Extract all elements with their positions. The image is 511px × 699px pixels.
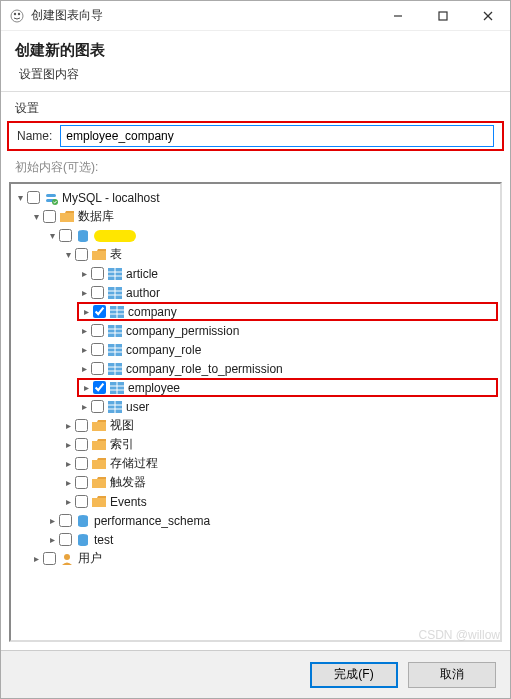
checkbox[interactable]: [91, 324, 104, 337]
checkbox[interactable]: [91, 267, 104, 280]
chevron-right-icon[interactable]: ▸: [61, 496, 75, 507]
chevron-right-icon[interactable]: ▸: [79, 306, 93, 317]
checkbox[interactable]: [93, 381, 106, 394]
tree-node-tables[interactable]: ▾ 表: [13, 245, 498, 264]
optional-label: 初始内容(可选):: [1, 155, 510, 180]
tree-node-schema[interactable]: ▾: [13, 226, 498, 245]
checkbox[interactable]: [75, 438, 88, 451]
tree-node-table[interactable]: ▸ user: [13, 397, 498, 416]
tree-node-perf[interactable]: ▸ performance_schema: [13, 511, 498, 530]
chevron-right-icon[interactable]: ▸: [77, 287, 91, 298]
chevron-right-icon[interactable]: ▸: [29, 553, 43, 564]
node-label: Events: [110, 495, 147, 509]
tree-node-table[interactable]: ▸ company_permission: [13, 321, 498, 340]
tree-node-table[interactable]: ▸ company_role: [13, 340, 498, 359]
svg-point-1: [14, 12, 16, 14]
folder-icon: [91, 247, 107, 263]
chevron-right-icon[interactable]: ▸: [79, 382, 93, 393]
checkbox[interactable]: [59, 533, 72, 546]
node-label: company_permission: [126, 324, 239, 338]
tree-node-events[interactable]: ▸ Events: [13, 492, 498, 511]
checkbox[interactable]: [91, 362, 104, 375]
chevron-right-icon[interactable]: ▸: [61, 477, 75, 488]
checkbox[interactable]: [75, 495, 88, 508]
svg-point-0: [11, 10, 23, 22]
chevron-right-icon[interactable]: ▸: [77, 325, 91, 336]
table-icon: [109, 380, 125, 396]
svg-rect-48: [92, 479, 106, 488]
redacted-name: [94, 230, 136, 242]
table-icon: [109, 304, 125, 320]
svg-rect-47: [92, 460, 106, 469]
chevron-down-icon[interactable]: ▾: [13, 192, 27, 203]
chevron-right-icon[interactable]: ▸: [61, 420, 75, 431]
app-icon: [9, 8, 25, 24]
checkbox[interactable]: [59, 229, 72, 242]
tree-node-users[interactable]: ▸ 用户: [13, 549, 498, 568]
footer: 完成(F) 取消: [1, 650, 510, 698]
svg-rect-46: [92, 441, 106, 450]
checkbox[interactable]: [75, 457, 88, 470]
finish-button[interactable]: 完成(F): [310, 662, 398, 688]
node-label: user: [126, 400, 149, 414]
database-icon: [75, 228, 91, 244]
tree-node-test[interactable]: ▸ test: [13, 530, 498, 549]
name-input[interactable]: [60, 125, 494, 147]
tree-node-table[interactable]: ▸ author: [13, 283, 498, 302]
svg-point-52: [64, 554, 70, 560]
chevron-right-icon[interactable]: ▸: [77, 344, 91, 355]
chevron-right-icon[interactable]: ▸: [77, 401, 91, 412]
checkbox[interactable]: [91, 400, 104, 413]
node-label: 用户: [78, 550, 102, 567]
chevron-right-icon[interactable]: ▸: [45, 534, 59, 545]
checkbox[interactable]: [27, 191, 40, 204]
folder-icon: [91, 456, 107, 472]
tree-node-table-employee[interactable]: ▸ employee: [77, 378, 498, 397]
tree-node-table[interactable]: ▸ article: [13, 264, 498, 283]
checkbox[interactable]: [75, 419, 88, 432]
tree-node-table[interactable]: ▸ company_role_to_permission: [13, 359, 498, 378]
node-label: 触发器: [110, 474, 146, 491]
svg-rect-4: [439, 12, 447, 20]
chevron-down-icon[interactable]: ▾: [29, 211, 43, 222]
tree-node-procedures[interactable]: ▸ 存储过程: [13, 454, 498, 473]
tree-node-indexes[interactable]: ▸ 索引: [13, 435, 498, 454]
checkbox[interactable]: [91, 286, 104, 299]
table-icon: [107, 266, 123, 282]
folder-icon: [59, 209, 75, 225]
tree-node-views[interactable]: ▸ 视图: [13, 416, 498, 435]
chevron-down-icon[interactable]: ▾: [45, 230, 59, 241]
page-title: 创建新的图表: [15, 41, 496, 60]
tree-container[interactable]: ▾ MySQL - localhost ▾ 数据库 ▾ ▾ 表 ▸ articl…: [9, 182, 502, 642]
table-icon: [107, 323, 123, 339]
cancel-button[interactable]: 取消: [408, 662, 496, 688]
chevron-down-icon[interactable]: ▾: [61, 249, 75, 260]
checkbox[interactable]: [43, 210, 56, 223]
checkbox[interactable]: [43, 552, 56, 565]
svg-rect-7: [46, 194, 56, 197]
users-icon: [59, 551, 75, 567]
checkbox[interactable]: [91, 343, 104, 356]
mysql-icon: [43, 190, 59, 206]
checkbox[interactable]: [93, 305, 106, 318]
chevron-right-icon[interactable]: ▸: [61, 458, 75, 469]
page-subtitle: 设置图内容: [19, 66, 496, 83]
chevron-right-icon[interactable]: ▸: [77, 363, 91, 374]
chevron-right-icon[interactable]: ▸: [45, 515, 59, 526]
minimize-button[interactable]: [375, 1, 420, 31]
checkbox[interactable]: [59, 514, 72, 527]
checkbox[interactable]: [75, 248, 88, 261]
chevron-right-icon[interactable]: ▸: [77, 268, 91, 279]
table-icon: [107, 361, 123, 377]
chevron-right-icon[interactable]: ▸: [61, 439, 75, 450]
maximize-button[interactable]: [420, 1, 465, 31]
close-button[interactable]: [465, 1, 510, 31]
node-label: performance_schema: [94, 514, 210, 528]
svg-rect-12: [92, 251, 106, 260]
checkbox[interactable]: [75, 476, 88, 489]
database-icon: [75, 532, 91, 548]
tree-node-table-company[interactable]: ▸ company: [77, 302, 498, 321]
tree-node-root[interactable]: ▾ MySQL - localhost: [13, 188, 498, 207]
tree-node-databases[interactable]: ▾ 数据库: [13, 207, 498, 226]
tree-node-triggers[interactable]: ▸ 触发器: [13, 473, 498, 492]
